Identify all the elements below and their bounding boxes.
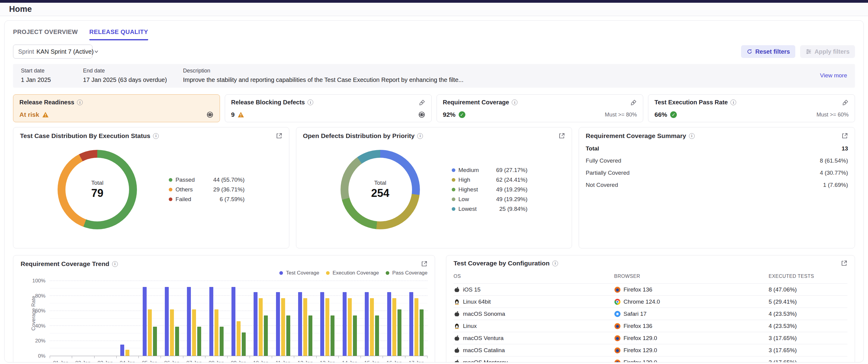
bar <box>264 315 268 356</box>
bar <box>143 287 147 356</box>
x-axis-label: 14 Jan <box>339 360 361 363</box>
legend-item[interactable]: Failed6 (7.59%) <box>169 196 245 203</box>
x-tick <box>161 356 183 358</box>
summary-value: 13 <box>842 145 848 152</box>
description-value: Improve the stability and reporting capa… <box>183 77 820 83</box>
reset-filters-button[interactable]: Reset filters <box>741 45 796 58</box>
firefox-icon <box>614 335 620 341</box>
os-cell: macOS Sonoma <box>454 311 614 317</box>
bar <box>231 287 236 356</box>
warning-icon <box>238 112 244 118</box>
panel-requirement-coverage-trend: Requirement Coverage Trend i Test Covera… <box>13 255 435 363</box>
tab-project-overview[interactable]: PROJECT OVERVIEW <box>13 29 78 40</box>
info-icon[interactable]: i <box>77 100 83 105</box>
bar <box>197 327 201 356</box>
filter-buttons: Reset filters Apply filters <box>741 45 855 58</box>
apple-icon <box>454 311 460 317</box>
info-icon[interactable]: i <box>308 100 313 105</box>
bar-group <box>161 281 183 356</box>
apple-icon <box>454 286 460 293</box>
bar <box>303 298 307 356</box>
firefox-icon <box>614 323 620 329</box>
panel-test-coverage-by-configuration: Test Coverage by Configuration i OS BROW… <box>446 255 855 363</box>
column-header-browser: BROWSER <box>614 274 769 279</box>
info-icon[interactable]: i <box>689 133 695 139</box>
edit-icon[interactable] <box>419 99 425 106</box>
legend-dot-icon <box>452 207 455 211</box>
firefox-globe <box>614 347 620 354</box>
x-axis-label: 07 Jan <box>183 360 205 363</box>
bar <box>414 298 418 356</box>
bar <box>370 298 374 356</box>
page-title: Home <box>9 4 32 14</box>
info-icon[interactable]: i <box>417 133 423 139</box>
tab-bar: PROJECT OVERVIEW RELEASE QUALITY <box>13 21 855 40</box>
bar-series <box>50 281 428 356</box>
legend-item[interactable]: Medium69 (27.17%) <box>452 167 527 173</box>
browser-cell: Firefox 136 <box>614 286 769 293</box>
os-cell: macOS Ventura <box>454 335 614 341</box>
y-axis: Coverage Rate 0%20%40%60%80%100% <box>21 281 50 356</box>
os-name: macOS Catalina <box>463 347 505 354</box>
bar <box>348 298 352 356</box>
external-link-icon[interactable] <box>558 133 565 139</box>
external-link-icon[interactable] <box>421 260 428 267</box>
legend-value: 44 (55.70%) <box>213 176 245 183</box>
apply-filters-button[interactable]: Apply filters <box>800 45 855 58</box>
trend-legend-item[interactable]: Execution Coverage <box>326 270 379 276</box>
trend-legend-item[interactable]: Test Coverage <box>279 270 319 276</box>
y-tick-label: 40% <box>35 323 45 329</box>
donut-chart-execution-status: Total 79 Passed44 (55.70%)Others29 (36.7… <box>20 140 282 240</box>
config-table-header: OS BROWSER EXECUTED TESTS <box>454 271 847 283</box>
table-row: macOS MontereyFirefox 129.03 (17.65%) <box>454 356 847 363</box>
external-link-icon[interactable] <box>276 133 282 139</box>
legend-item[interactable]: Lowest25 (9.84%) <box>452 206 527 212</box>
x-axis-label: 02 Jan <box>72 360 94 363</box>
kpi-value: 66% <box>654 111 667 118</box>
legend-value: 25 (9.84%) <box>499 206 527 212</box>
column-header-executed-tests: EXECUTED TESTS <box>769 274 847 279</box>
info-icon[interactable]: i <box>731 100 736 105</box>
view-more-link[interactable]: View more <box>820 72 847 79</box>
end-date-column: End date 17 Jan 2025 (63 days overdue) <box>83 68 183 83</box>
eye-icon[interactable] <box>418 111 425 118</box>
sprint-info-bar: Start date 1 Jan 2025 End date 17 Jan 20… <box>13 64 855 88</box>
apple-icon <box>454 347 460 354</box>
trend-legend: Test CoverageExecution CoveragePass Cove… <box>21 270 428 276</box>
summary-value: 4 (30.77%) <box>820 170 848 176</box>
safari-icon <box>614 311 620 317</box>
legend-item[interactable]: Others29 (36.71%) <box>169 186 245 193</box>
executed-tests-cell: 3 (17.65%) <box>769 335 847 341</box>
os-cell: iOS 15 <box>454 286 614 293</box>
chrome-globe <box>614 299 620 305</box>
edit-icon[interactable] <box>842 99 848 106</box>
legend-item[interactable]: High62 (24.41%) <box>452 176 527 183</box>
x-axis-ticks <box>50 356 428 358</box>
legend-item[interactable]: Passed44 (55.70%) <box>169 176 245 183</box>
external-link-icon[interactable] <box>841 133 848 139</box>
trend-legend-item[interactable]: Pass Coverage <box>386 270 428 276</box>
config-table-body: iOS 15Firefox 1368 (47.06%)Linux 64bitCh… <box>454 283 847 363</box>
linux-icon <box>454 323 460 329</box>
external-link-icon[interactable] <box>841 260 847 267</box>
info-icon[interactable]: i <box>153 133 159 139</box>
executed-tests-cell: 4 (23.53%) <box>769 323 847 329</box>
info-icon[interactable]: i <box>512 100 518 105</box>
sprint-select[interactable]: Sprint KAN Sprint 7 (Active) <box>13 45 92 59</box>
info-icon[interactable]: i <box>552 260 558 266</box>
x-axis-label: 01 Jan <box>50 360 72 363</box>
info-icon[interactable]: i <box>112 261 118 267</box>
edit-icon[interactable] <box>630 99 637 106</box>
y-tick-label: 0% <box>38 353 45 359</box>
bar <box>409 292 413 356</box>
os-name: macOS Ventura <box>463 335 503 341</box>
legend-dot-icon <box>452 188 455 191</box>
tab-release-quality[interactable]: RELEASE QUALITY <box>89 29 148 40</box>
legend-item[interactable]: Highest49 (19.29%) <box>452 186 527 193</box>
bar-group <box>294 281 316 356</box>
eye-icon[interactable] <box>206 111 214 118</box>
os-name: Linux 64bit <box>463 299 491 305</box>
legend-item[interactable]: Low49 (19.29%) <box>452 196 527 203</box>
kpi-title: Release Readiness <box>20 99 74 106</box>
bar <box>392 298 396 356</box>
